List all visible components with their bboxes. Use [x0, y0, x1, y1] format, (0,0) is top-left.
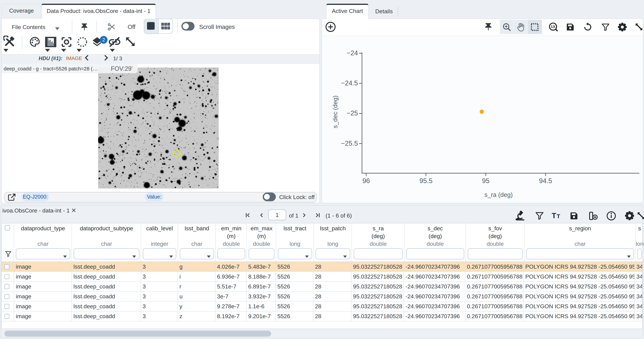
svg-text:−25.5: −25.5	[341, 140, 358, 147]
svg-text:s_ra (deg): s_ra (deg)	[484, 191, 513, 198]
svg-text:95.5: 95.5	[420, 177, 432, 184]
svg-text:T: T	[552, 212, 556, 220]
svg-text:−24.5: −24.5	[341, 79, 358, 87]
svg-text:−25: −25	[346, 109, 358, 117]
svg-text:s_dec (deg): s_dec (deg)	[332, 96, 339, 128]
svg-text:95: 95	[482, 177, 490, 184]
svg-text:96: 96	[362, 177, 370, 184]
svg-text:94.5: 94.5	[539, 177, 552, 184]
svg-text:T: T	[557, 213, 560, 220]
svg-text:−24: −24	[346, 49, 358, 56]
